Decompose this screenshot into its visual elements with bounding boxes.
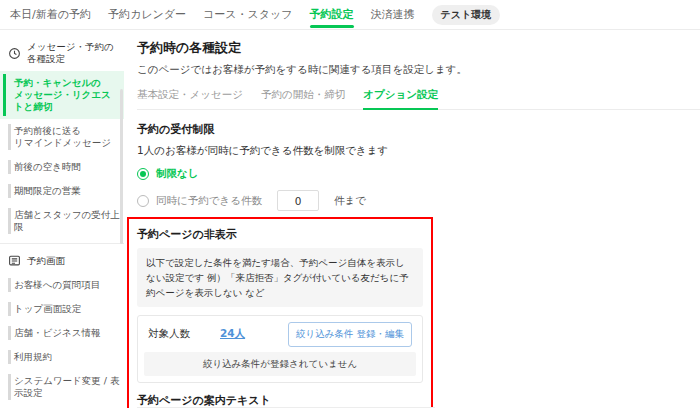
sidebar-item-message-settings-header[interactable]: メッセージ・予約の各種設定 — [0, 35, 124, 71]
page-title: 予約時の各種設定 — [137, 39, 700, 57]
sidebar-item-label: 期間限定の営業 — [14, 185, 81, 197]
clock-icon — [8, 47, 21, 60]
sidebar-item-label: トップ画面設定 — [14, 303, 81, 315]
sidebar-item-label: 利用規約 — [14, 351, 52, 363]
hidden-page-highlight-box: 予約ページの非表示 以下で設定した条件を満たす場合、予約ページ自体を表示しない設… — [127, 217, 433, 408]
target-count-link[interactable]: 24人 — [220, 327, 245, 341]
tab-basic-settings-message[interactable]: 基本設定・メッセージ — [137, 88, 243, 109]
reception-limit-title: 予約の受付制限 — [137, 122, 433, 137]
sidebar-item-label: お客様への質問項目 — [14, 279, 100, 291]
nav-tab-today-new-reservations[interactable]: 本日/新着の予約 — [10, 0, 91, 29]
nav-tab-reservation-calendar[interactable]: 予約カレンダー — [108, 0, 186, 29]
radio-row-no-limit: 制限なし — [137, 167, 433, 181]
tab-reservation-start-deadline[interactable]: 予約の開始・締切 — [261, 88, 345, 109]
sidebar-item-label: メッセージ・予約の各種設定 — [27, 41, 120, 65]
tab-option-settings[interactable]: オプション設定 — [363, 88, 438, 109]
limit-count-radio-label[interactable]: 同時に予約できる件数 — [156, 194, 262, 208]
settings-tabs: 基本設定・メッセージ 予約の開始・締切 オプション設定 — [137, 88, 700, 110]
sidebar-item-limited-business[interactable]: 期間限定の営業 — [0, 179, 124, 203]
sidebar-item-cancel-message-deadline[interactable]: 予約・キャンセルの メッセージ・リクエストと締切 — [0, 71, 124, 119]
test-environment-badge: テスト環境 — [432, 5, 501, 25]
option-settings-content: 予約の受付制限 1人のお客様が同時に予約できる件数を制限できます 制限なし 同時… — [137, 122, 433, 408]
hidden-page-info: 以下で設定した条件を満たす場合、予約ページ自体を表示しない設定です 例）「来店拒… — [137, 248, 423, 307]
target-count-label: 対象人数 — [148, 327, 190, 341]
nav-tab-reservation-settings[interactable]: 予約設定 — [310, 0, 354, 29]
nav-tab-payment-link[interactable]: 決済連携 — [371, 0, 415, 29]
no-limit-radio-label[interactable]: 制限なし — [156, 167, 199, 181]
sidebar: メッセージ・予約の各種設定 予約・キャンセルの メッセージ・リクエストと締切 予… — [0, 31, 124, 408]
sidebar-item-label: 店舗・ビジネス情報 — [14, 327, 100, 339]
sidebar-scrollbar[interactable] — [120, 89, 123, 244]
sidebar-item-terms-of-use[interactable]: 利用規約 — [0, 345, 124, 369]
filter-register-edit-button[interactable]: 絞り込み条件 登録・編集 — [288, 322, 412, 347]
sidebar-item-store-staff-limit[interactable]: 店舗とスタッフの受付上限 — [0, 203, 124, 239]
list-icon — [8, 254, 21, 267]
guide-text-title: 予約ページの案内テキスト — [137, 393, 423, 408]
reception-limit-description: 1人のお客様が同時に予約できる件数を制限できます — [137, 144, 433, 158]
radio-row-limit-count: 同時に予約できる件数 件まで — [137, 190, 433, 211]
sidebar-item-reservation-screen[interactable]: 予約画面 — [0, 248, 124, 273]
sidebar-item-system-word-display[interactable]: システムワード変更 / 表示設定 — [0, 369, 124, 405]
sidebar-item-remind-message[interactable]: 予約前後に送る リマインドメッセージ — [0, 119, 124, 155]
sidebar-item-buffer-time[interactable]: 前後の空き時間 — [0, 155, 124, 179]
target-count-row: 対象人数 24人 絞り込み条件 登録・編集 — [144, 322, 416, 346]
top-navigation: 本日/新着の予約 予約カレンダー コース・スタッフ 予約設定 決済連携 テスト環… — [0, 0, 700, 30]
hidden-page-title: 予約ページの非表示 — [137, 227, 423, 242]
nav-tab-course-staff[interactable]: コース・スタッフ — [203, 0, 293, 29]
filter-condition-card: 対象人数 24人 絞り込み条件 登録・編集 絞り込み条件が登録されていません — [137, 315, 423, 383]
sidebar-item-customer-questions[interactable]: お客様への質問項目 — [0, 273, 124, 297]
filter-empty-message: 絞り込み条件が登録されていません — [144, 352, 416, 376]
sidebar-item-label: 予約・キャンセルの メッセージ・リクエストと締切 — [14, 77, 120, 113]
sidebar-item-store-business-info[interactable]: 店舗・ビジネス情報 — [0, 321, 124, 345]
sidebar-item-label: 予約画面 — [27, 255, 65, 267]
page-subtitle: このページではお客様が予約をする時に関連する項目を設定します。 — [137, 63, 700, 77]
sidebar-item-label: 店舗とスタッフの受付上限 — [14, 209, 120, 233]
sidebar-item-label: 前後の空き時間 — [14, 161, 81, 173]
main-content: 予約時の各種設定 このページではお客様が予約をする時に関連する項目を設定します。… — [137, 31, 700, 408]
sidebar-item-label: システムワード変更 / 表示設定 — [14, 375, 120, 399]
sidebar-item-top-screen-settings[interactable]: トップ画面設定 — [0, 297, 124, 321]
sidebar-item-label: 予約前後に送る リマインドメッセージ — [14, 125, 111, 149]
limit-count-radio[interactable] — [137, 195, 149, 207]
no-limit-radio[interactable] — [137, 168, 149, 180]
sidebar-divider — [0, 243, 124, 244]
limit-count-input[interactable] — [277, 190, 319, 211]
limit-count-suffix: 件まで — [334, 194, 366, 208]
